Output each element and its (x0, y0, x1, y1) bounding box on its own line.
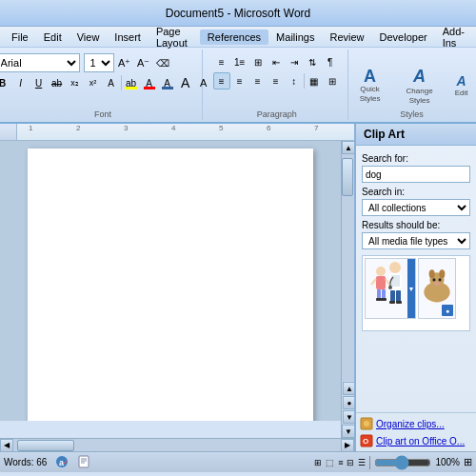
search-in-select[interactable]: All collections (362, 199, 470, 216)
clip-thumb-1[interactable]: ▼ (365, 258, 416, 319)
menu-references[interactable]: References (200, 30, 268, 45)
bullets-btn[interactable]: ≡ (213, 53, 230, 70)
borders-btn[interactable]: ⊞ (324, 72, 341, 89)
ruler-mark-2: 2 (76, 124, 80, 132)
font-color-btn[interactable]: A (141, 74, 158, 91)
clear-format-btn[interactable]: ⌫ (154, 54, 171, 71)
spell-check-icon[interactable]: a ✓ (54, 455, 69, 470)
ruler-row: 1 2 3 4 5 6 7 (0, 124, 354, 141)
linespace-btn[interactable]: ↕ (286, 72, 303, 89)
show-all-btn[interactable]: ¶ (322, 53, 339, 70)
svg-point-19 (439, 269, 445, 278)
font-color2-btn[interactable]: A (159, 74, 176, 91)
font-name-select[interactable]: Arial (0, 53, 80, 72)
select-browse-btn[interactable]: ● (343, 396, 354, 409)
status-bar: Words: 66 a ✓ ⊞ ⬚ ≡ ⊟ ☰ 100% ⊞ (0, 451, 476, 472)
quick-styles-btn[interactable]: A Quick Styles (347, 65, 393, 106)
view-draft-btn[interactable]: ☰ (358, 458, 366, 467)
horizontal-scrollbar[interactable]: ◀ ▶ (0, 438, 354, 451)
decrease-indent-btn[interactable]: ⇤ (268, 53, 285, 70)
menu-view[interactable]: View (69, 30, 108, 45)
svg-rect-10 (377, 289, 381, 299)
scroll-right-btn[interactable]: ▶ (341, 439, 354, 452)
font-size-a1[interactable]: A (177, 74, 194, 91)
texteffect-btn[interactable]: A (103, 74, 120, 91)
sort-btn[interactable]: ⇅ (304, 53, 321, 70)
view-print-btn[interactable]: ⊞ (314, 458, 322, 467)
numbering-btn[interactable]: 1≡ (231, 53, 248, 70)
menu-pagelayout[interactable]: Page Layout (149, 24, 200, 50)
scroll-thumb[interactable] (342, 158, 353, 196)
italic-btn[interactable]: I (12, 74, 30, 91)
search-input[interactable] (362, 166, 470, 183)
ruler-mark-1: 1 (29, 124, 32, 132)
increase-indent-btn[interactable]: ⇥ (286, 53, 303, 70)
clip-art-panel: Clip Art Search for: Search in: All coll… (354, 124, 476, 451)
edit-btn[interactable]: A Edit (446, 70, 476, 101)
document-scroll[interactable] (0, 141, 341, 421)
grow-font-btn[interactable]: A⁺ (116, 54, 133, 71)
organize-icon (360, 417, 373, 430)
align-center-btn[interactable]: ≡ (231, 72, 248, 89)
font-size-select[interactable]: 12 (84, 53, 114, 72)
ruler-mark-4: 4 (171, 124, 175, 132)
paragraph-group-label: Paragraph (257, 109, 297, 119)
status-right: ⊞ ⬚ ≡ ⊟ ☰ 100% ⊞ (314, 456, 472, 469)
zoom-expand-btn[interactable]: ⊞ (464, 456, 472, 468)
ruler-mark-6: 6 (267, 124, 270, 132)
scroll-prev-btn[interactable]: ▲ (343, 382, 354, 395)
menu-review[interactable]: Review (322, 30, 371, 45)
menu-file[interactable]: File (4, 30, 36, 45)
scroll-up-btn[interactable]: ▲ (342, 141, 354, 154)
menu-edit[interactable]: Edit (36, 30, 69, 45)
zoom-level: 100% (435, 457, 460, 467)
ribbon-group-paragraph: ≡ 1≡ ⊞ ⇤ ⇥ ⇅ ¶ ≡ ≡ ≡ ≡ ↕ ▦ ⊞ (206, 50, 348, 120)
underline-btn[interactable]: U (30, 74, 48, 91)
office-link[interactable]: O Clip art on Office O... (356, 432, 476, 449)
shading-btn[interactable]: ▦ (306, 72, 323, 89)
scroll-track[interactable] (342, 154, 354, 381)
document-page[interactable] (28, 149, 313, 421)
thumb-dropdown[interactable]: ▼ (407, 259, 415, 318)
bold-btn[interactable]: B (0, 74, 11, 91)
main-area: 1 2 3 4 5 6 7 ▲ (0, 124, 476, 451)
thumb-indicator: ● (442, 305, 453, 316)
document-icon[interactable] (77, 455, 90, 470)
align-right-btn[interactable]: ≡ (249, 72, 267, 89)
scroll-down-btn[interactable]: ▼ (342, 425, 354, 438)
strikethrough-btn[interactable]: ab (49, 74, 66, 91)
highlight-btn[interactable]: ab (123, 74, 140, 91)
edit-label: Edit (455, 89, 468, 98)
vertical-scrollbar[interactable]: ▲ ▲ ● ▼ ▼ (341, 141, 354, 438)
menu-addins[interactable]: Add-Ins (435, 24, 472, 50)
styles-group-label: Styles (400, 109, 424, 119)
svg-rect-8 (390, 290, 395, 302)
scroll-left-btn[interactable]: ◀ (0, 439, 13, 452)
align-left-btn[interactable]: ≡ (213, 72, 230, 89)
menu-insert[interactable]: Insert (107, 30, 149, 45)
view-outline-btn[interactable]: ⊟ (347, 458, 354, 467)
h-scroll-thumb[interactable] (17, 440, 74, 451)
zoom-slider[interactable] (374, 459, 431, 466)
organize-clips-link[interactable]: Organize clips... (356, 415, 476, 432)
office-icon: O (360, 434, 373, 447)
scroll-next-btn[interactable]: ▼ (343, 410, 354, 424)
svg-text:✓: ✓ (63, 459, 69, 466)
view-full-btn[interactable]: ⬚ (326, 458, 334, 467)
justify-btn[interactable]: ≡ (268, 72, 285, 89)
view-web-btn[interactable]: ≡ (338, 458, 343, 467)
multilevel-btn[interactable]: ⊞ (249, 53, 267, 70)
superscript-btn[interactable]: x² (85, 74, 102, 91)
clip-art-footer: Organize clips... O Clip art on Office O… (356, 412, 476, 451)
extra-scroll-btns: ▲ ● ▼ (342, 381, 354, 425)
subscript-btn[interactable]: x₂ (67, 74, 84, 91)
menu-mailings[interactable]: Mailings (268, 30, 322, 45)
status-separator (369, 456, 370, 469)
shrink-font-btn[interactable]: A⁻ (135, 54, 152, 71)
results-select[interactable]: All media file types (362, 232, 470, 249)
change-styles-btn[interactable]: A Change Styles (397, 64, 443, 108)
h-scroll-track[interactable] (13, 439, 341, 451)
clip-results-area: ▼ ● (362, 255, 470, 331)
menu-developer[interactable]: Developer (372, 30, 435, 45)
clip-thumb-2[interactable]: ● (418, 258, 456, 319)
